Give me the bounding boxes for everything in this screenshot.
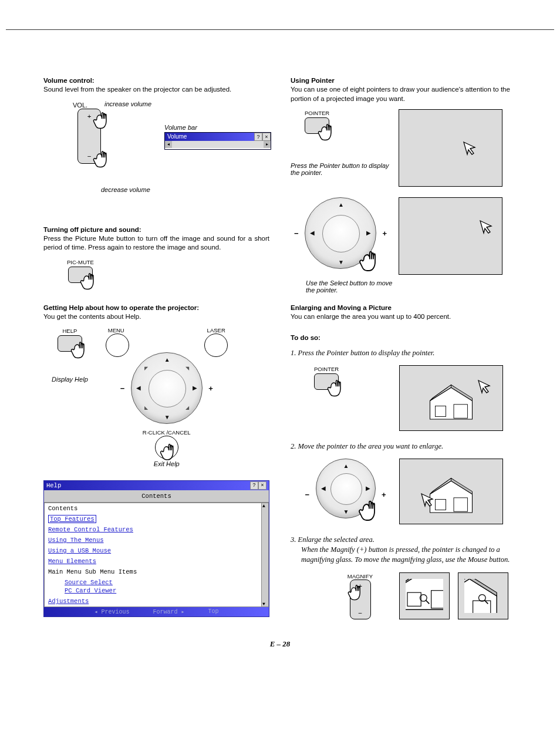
help-text: You get the contents about Help. — [43, 312, 269, 322]
arrow-left-icon: ◀ — [310, 230, 315, 236]
minus-icon: − — [120, 384, 125, 393]
exit-help-caption: Exit Help — [143, 460, 191, 467]
arrow-down-icon: ▼ — [164, 414, 170, 420]
left-column: Volume control: Sound level from the spe… — [43, 77, 269, 619]
pic-mute-button-diagram: PIC-MUTE — [67, 259, 94, 283]
window-controls: ?× — [254, 133, 271, 141]
arrow-left-icon: ◀ — [136, 385, 141, 391]
todo-label: To do so: — [291, 334, 321, 341]
mute-text: Press the Picture Mute button to turn of… — [43, 234, 269, 252]
help-window-footer: ◂ Previous Forward ▸ Top — [44, 607, 269, 616]
plus-icon: + — [208, 384, 213, 393]
window-controls: ?× — [250, 481, 266, 490]
help-link[interactable]: PC Card Viewer — [65, 587, 116, 594]
scroll-right-icon: ▸ — [264, 141, 271, 148]
arrow-right-icon: ▶ — [366, 230, 371, 236]
minus-icon: − — [358, 609, 362, 616]
arrow-down-icon: ▼ — [343, 508, 349, 515]
pointer-arrow-icon — [478, 219, 494, 235]
right-column: Using Pointer You can use one of eight p… — [291, 77, 517, 619]
screen-preview-zoom — [399, 572, 450, 619]
enlarge-text: You can enlarge the area you want up to … — [291, 312, 517, 322]
increase-volume-label: increase volume — [104, 100, 151, 107]
hand-icon — [325, 374, 345, 397]
minus-icon: − — [294, 229, 299, 238]
help-prev[interactable]: ◂ Previous — [94, 608, 129, 615]
help-link[interactable]: Menu Elements — [48, 558, 96, 565]
help-top[interactable]: Top — [208, 608, 219, 615]
hand-icon — [356, 494, 379, 522]
pointer-arrow-icon — [477, 379, 492, 395]
screen-preview — [399, 459, 503, 524]
pointer-arrow-icon — [462, 140, 477, 157]
hand-icon — [315, 118, 335, 141]
help-button-label: HELP — [58, 328, 82, 334]
volume-bar-title: Volume — [167, 133, 187, 140]
select-disc: − ▲ ▼ ◀ ▶ ◤ ◥ ◣ ◢ + — [131, 352, 203, 424]
screen-preview — [399, 109, 502, 187]
plus-icon: + — [382, 229, 387, 238]
volume-bar-graphic: Volume bar Volume ?× ◂▸ — [164, 124, 271, 150]
laser-label: LASER — [207, 327, 225, 333]
arrow-left-icon: ◀ — [321, 485, 326, 491]
hand-icon — [158, 438, 177, 460]
arrow-up-icon: ▲ — [338, 201, 344, 208]
arrow-up-icon: ▲ — [343, 463, 349, 469]
laser-button-icon — [204, 333, 228, 357]
help-button-diagram: HELP — [58, 328, 82, 365]
help-link[interactable]: Top Features — [48, 515, 96, 523]
pic-mute-label: PIC-MUTE — [67, 259, 94, 265]
help-forward[interactable]: Forward ▸ — [153, 608, 184, 615]
display-help-caption: Display Help — [52, 376, 88, 383]
screen-preview — [399, 365, 503, 431]
menu-label: MENU — [108, 327, 124, 333]
press-pointer-caption: Press the Pointer button to display the … — [291, 162, 390, 176]
help-window: Help ?× Contents Contents Top Features R… — [43, 480, 269, 617]
scroll-left-icon: ◂ — [165, 141, 172, 148]
pointer-button-label: POINTER — [314, 366, 339, 372]
select-disc: − ▲ ▼ ◀ ▶ + — [316, 459, 376, 518]
help-link[interactable]: Adjustments — [48, 598, 89, 605]
help-link[interactable]: Using The Menus — [48, 537, 104, 544]
page-number: E – 28 — [43, 639, 517, 649]
using-pointer-text: You can use one of eight pointers to dra… — [291, 85, 517, 103]
arrow-right-icon: ▶ — [366, 485, 370, 491]
help-link[interactable]: Using a USB Mouse — [48, 547, 111, 554]
screen-preview — [399, 197, 502, 275]
pointer-button-label: POINTER — [305, 110, 329, 116]
minus-icon: − — [305, 490, 310, 499]
arrow-up-icon: ▲ — [164, 356, 170, 363]
vol-label: VOL. — [73, 102, 87, 109]
scrollbar[interactable] — [261, 503, 268, 607]
menu-button-icon — [106, 333, 129, 357]
help-window-title: Help — [46, 482, 61, 489]
help-link[interactable]: Remote Control Features — [48, 526, 133, 533]
hand-icon — [90, 145, 110, 169]
use-select-caption: Use the Select button to move the pointe… — [306, 279, 394, 294]
step-3: Enlarge the selected area. — [298, 535, 375, 544]
volume-control-heading: Volume control: — [43, 77, 269, 84]
hand-icon — [346, 579, 363, 601]
using-pointer-heading: Using Pointer — [291, 77, 517, 84]
hand-icon — [68, 336, 88, 359]
help-heading: Getting Help about how to operate the pr… — [43, 304, 269, 311]
pointer-button-diagram: POINTER — [314, 366, 339, 390]
hand-icon — [356, 244, 380, 272]
step-3-note: When the Magnify (+) button is pressed, … — [301, 545, 517, 565]
arrow-down-icon: ▼ — [338, 259, 344, 265]
arrow-right-icon: ▶ — [193, 385, 197, 391]
magnify-glass-icon — [419, 593, 430, 606]
help-link[interactable]: Source Select — [65, 579, 113, 586]
step-2: Move the pointer to the area you want to… — [298, 442, 444, 450]
help-window-body: Contents Top Features Remote Control Fea… — [44, 503, 269, 607]
magnify-label: MAGNIFY — [348, 573, 373, 579]
volume-bar-caption: Volume bar — [164, 124, 271, 131]
pointer-button-diagram: POINTER — [305, 110, 329, 134]
help-window-head: Contents — [44, 490, 269, 503]
help-item: Contents — [45, 503, 261, 514]
mute-heading: Turning off picture and sound: — [43, 226, 269, 233]
volume-control-text: Sound level from the speaker on the proj… — [43, 85, 269, 95]
step-1: Press the Pointer button to display the … — [298, 349, 435, 357]
help-item: Main Menu Sub Menu Items — [45, 567, 261, 577]
magnify-glass-icon — [477, 593, 489, 606]
